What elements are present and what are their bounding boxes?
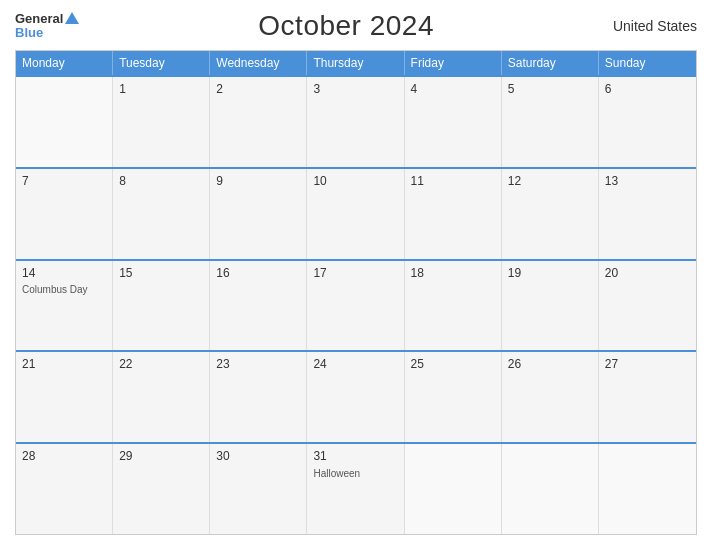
day-cell: 28: [16, 444, 113, 534]
day-cell: 27: [599, 352, 696, 442]
day-cell: 17: [307, 261, 404, 351]
day-header-friday: Friday: [405, 51, 502, 75]
day-cell: 26: [502, 352, 599, 442]
day-cell: 30: [210, 444, 307, 534]
day-headers-row: MondayTuesdayWednesdayThursdayFridaySatu…: [16, 51, 696, 75]
week-row-2: 78910111213: [16, 167, 696, 259]
day-header-tuesday: Tuesday: [113, 51, 210, 75]
day-cell: [16, 77, 113, 167]
day-cell: 18: [405, 261, 502, 351]
day-cell: 1: [113, 77, 210, 167]
day-number: 2: [216, 81, 300, 98]
day-number: 30: [216, 448, 300, 465]
logo-general-text: General: [15, 12, 63, 26]
day-number: 28: [22, 448, 106, 465]
day-cell: 6: [599, 77, 696, 167]
day-number: 7: [22, 173, 106, 190]
day-cell: 31Halloween: [307, 444, 404, 534]
day-cell: [405, 444, 502, 534]
day-number: 19: [508, 265, 592, 282]
day-number: 6: [605, 81, 690, 98]
holiday-label: Columbus Day: [22, 283, 106, 296]
day-number: 24: [313, 356, 397, 373]
day-number: 23: [216, 356, 300, 373]
day-cell: [599, 444, 696, 534]
day-cell: 21: [16, 352, 113, 442]
day-number: 10: [313, 173, 397, 190]
day-number: 25: [411, 356, 495, 373]
day-cell: [502, 444, 599, 534]
day-number: 1: [119, 81, 203, 98]
day-header-sunday: Sunday: [599, 51, 696, 75]
week-row-4: 21222324252627: [16, 350, 696, 442]
day-header-thursday: Thursday: [307, 51, 404, 75]
day-number: 26: [508, 356, 592, 373]
day-cell: 24: [307, 352, 404, 442]
day-cell: 4: [405, 77, 502, 167]
day-cell: 25: [405, 352, 502, 442]
day-cell: 29: [113, 444, 210, 534]
day-number: 14: [22, 265, 106, 282]
day-cell: 15: [113, 261, 210, 351]
day-cell: 8: [113, 169, 210, 259]
day-cell: 9: [210, 169, 307, 259]
day-header-saturday: Saturday: [502, 51, 599, 75]
day-cell: 11: [405, 169, 502, 259]
day-number: 22: [119, 356, 203, 373]
weeks-container: 1234567891011121314Columbus Day151617181…: [16, 75, 696, 534]
day-cell: 5: [502, 77, 599, 167]
day-cell: 14Columbus Day: [16, 261, 113, 351]
day-number: 5: [508, 81, 592, 98]
day-cell: 19: [502, 261, 599, 351]
day-number: 9: [216, 173, 300, 190]
day-cell: 12: [502, 169, 599, 259]
logo: General Blue: [15, 12, 79, 41]
week-row-3: 14Columbus Day151617181920: [16, 259, 696, 351]
day-number: 16: [216, 265, 300, 282]
day-number: 20: [605, 265, 690, 282]
day-number: 27: [605, 356, 690, 373]
day-number: 15: [119, 265, 203, 282]
day-cell: 16: [210, 261, 307, 351]
day-header-monday: Monday: [16, 51, 113, 75]
day-cell: 20: [599, 261, 696, 351]
day-number: 11: [411, 173, 495, 190]
day-number: 12: [508, 173, 592, 190]
calendar-grid: MondayTuesdayWednesdayThursdayFridaySatu…: [15, 50, 697, 535]
day-cell: 22: [113, 352, 210, 442]
day-cell: 2: [210, 77, 307, 167]
day-cell: 23: [210, 352, 307, 442]
logo-blue-text: Blue: [15, 26, 43, 40]
logo-triangle-icon: [65, 12, 79, 24]
day-number: 8: [119, 173, 203, 190]
holiday-label: Halloween: [313, 467, 397, 480]
day-cell: 7: [16, 169, 113, 259]
day-cell: 3: [307, 77, 404, 167]
day-cell: 10: [307, 169, 404, 259]
day-number: 4: [411, 81, 495, 98]
day-number: 21: [22, 356, 106, 373]
day-number: 17: [313, 265, 397, 282]
day-number: 31: [313, 448, 397, 465]
month-title: October 2024: [258, 10, 434, 42]
day-cell: 13: [599, 169, 696, 259]
day-header-wednesday: Wednesday: [210, 51, 307, 75]
day-number: 18: [411, 265, 495, 282]
calendar-container: General Blue October 2024 United States …: [0, 0, 712, 550]
day-number: 3: [313, 81, 397, 98]
country-label: United States: [613, 18, 697, 34]
day-number: 29: [119, 448, 203, 465]
day-number: 13: [605, 173, 690, 190]
week-row-1: 123456: [16, 75, 696, 167]
week-row-5: 28293031Halloween: [16, 442, 696, 534]
calendar-header: General Blue October 2024 United States: [15, 10, 697, 42]
